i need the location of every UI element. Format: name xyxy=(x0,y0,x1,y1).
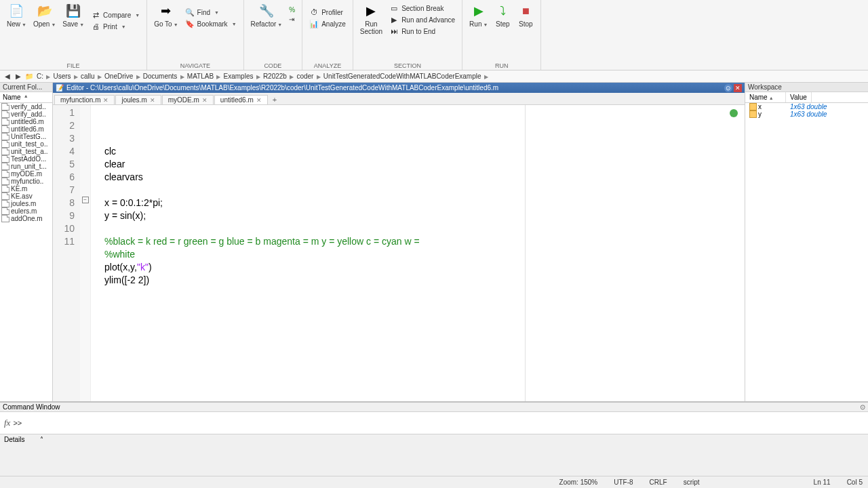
goto-button[interactable]: ➡Go To▼ xyxy=(151,1,180,29)
breadcrumb-item[interactable]: R2022b xyxy=(262,73,288,80)
forward-button[interactable]: ▶ xyxy=(14,72,23,81)
folder-file-item[interactable]: verify_add.. xyxy=(0,110,52,118)
breadcrumb-item[interactable]: coder xyxy=(295,73,315,80)
section-break-button[interactable]: ▭Section Break xyxy=(387,3,458,14)
folder-file-item[interactable]: unit_test_o.. xyxy=(0,140,52,148)
tab-close-icon[interactable]: ✕ xyxy=(256,97,262,104)
run-advance-button[interactable]: ▶Run and Advance xyxy=(387,14,458,25)
up-button[interactable]: 📁 xyxy=(24,72,34,81)
code-line[interactable] xyxy=(104,184,745,197)
details-toggle-icon[interactable]: ˄ xyxy=(40,436,43,443)
folder-file-item[interactable]: TestAddO... xyxy=(0,155,52,163)
analyze-button[interactable]: 📊Analyze xyxy=(307,18,349,29)
file-icon xyxy=(1,200,9,207)
code-line[interactable]: clc xyxy=(104,145,745,158)
open-button[interactable]: 📂Open▼ xyxy=(31,1,58,29)
print-button[interactable]: 🖨Print▼ xyxy=(88,21,142,32)
folder-file-item[interactable]: KE.asv xyxy=(0,192,52,200)
compare-button[interactable]: ⇄Compare▼ xyxy=(88,9,142,20)
editor-tab[interactable]: untitled6.m✕ xyxy=(214,95,268,104)
breadcrumb-item[interactable]: Documents xyxy=(142,73,179,80)
code-line[interactable] xyxy=(104,222,745,235)
folder-file-item[interactable]: myfunctio.. xyxy=(0,178,52,185)
code-line[interactable]: %white xyxy=(104,248,745,261)
workspace-col-name[interactable]: Name▲ xyxy=(745,92,786,102)
run-button[interactable]: ▶Run▼ xyxy=(467,1,490,29)
line-gutter: 1234567891011 xyxy=(53,105,80,401)
folder-col-name[interactable]: Name xyxy=(3,94,21,101)
breadcrumb-item[interactable]: UnitTestGeneratedCodeWithMATLABCoderExam… xyxy=(322,73,483,80)
code-area[interactable]: clcclearclearvarsx = 0:0.1:2*pi;y = sin(… xyxy=(91,105,745,401)
code-line[interactable]: ylim([-2 2]) xyxy=(104,274,745,287)
folder-file-item[interactable]: untitled6.m xyxy=(0,118,52,125)
folder-file-item[interactable]: UnitTestG... xyxy=(0,133,52,140)
indent-button[interactable]: ⇥ xyxy=(286,15,298,24)
file-icon xyxy=(1,192,9,200)
editor-titlebar: 📝 Editor - C:\Users\callu\OneDrive\Docum… xyxy=(53,83,745,93)
tab-close-icon[interactable]: ✕ xyxy=(103,97,108,104)
tab-add-button[interactable]: + xyxy=(269,95,281,104)
tab-close-icon[interactable]: ✕ xyxy=(150,97,155,104)
breadcrumb-item[interactable]: Examples xyxy=(222,73,255,80)
code-line[interactable]: plot(x,y,"k") xyxy=(104,261,745,274)
comment-button[interactable]: % xyxy=(286,5,298,14)
code-line[interactable]: y = sin(x); xyxy=(104,209,745,222)
workspace-variable-row[interactable]: x1x63 double xyxy=(745,103,868,110)
code-status-indicator[interactable] xyxy=(730,109,738,117)
status-zoom[interactable]: Zoom: 150% xyxy=(559,479,598,486)
file-icon xyxy=(1,133,9,140)
step-button[interactable]: ⤵Step xyxy=(492,1,513,29)
editor-body[interactable]: 1234567891011 − clcclearclearvarsx = 0:0… xyxy=(53,105,745,401)
file-icon xyxy=(1,148,9,155)
status-line: Ln 11 xyxy=(814,479,831,486)
code-line[interactable]: clearvars xyxy=(104,171,745,184)
workspace-panel: Workspace Name▲ Value x1x63 doubley1x63 … xyxy=(745,83,868,401)
file-icon xyxy=(1,163,9,170)
breadcrumb-item[interactable]: C: xyxy=(35,73,45,80)
workspace-title: Workspace xyxy=(745,83,868,92)
breadcrumb-item[interactable]: callu xyxy=(79,73,96,80)
editor-tab[interactable]: myODE.m✕ xyxy=(162,95,214,104)
profiler-button[interactable]: ⏱Profiler xyxy=(307,7,349,18)
stop-button[interactable]: ■Stop xyxy=(515,1,536,29)
breadcrumb-item[interactable]: MATLAB xyxy=(186,73,215,80)
editor-tab[interactable]: joules.m✕ xyxy=(115,95,161,104)
run-section-button[interactable]: ▶Run Section xyxy=(357,1,385,37)
code-line[interactable]: %black = k red = r green = g blue = b ma… xyxy=(104,235,745,248)
editor-tab[interactable]: myfunction.m✕ xyxy=(54,95,115,104)
cmd-menu-icon[interactable]: ⊙ xyxy=(860,403,865,411)
folder-file-item[interactable]: joules.m xyxy=(0,200,52,207)
code-line[interactable]: clear xyxy=(104,158,745,171)
breadcrumb: ◀ ▶ 📁 C: ▶ Users ▶ callu ▶ OneDrive ▶ Do… xyxy=(0,70,868,83)
code-line[interactable]: x = 0:0.1:2*pi; xyxy=(104,197,745,209)
folder-file-item[interactable]: addOne.m xyxy=(0,215,52,222)
breadcrumb-item[interactable]: Users xyxy=(52,73,72,80)
folder-file-item[interactable]: verify_add.. xyxy=(0,103,52,110)
workspace-col-value[interactable]: Value xyxy=(786,92,812,102)
folder-file-item[interactable]: run_unit_t... xyxy=(0,163,52,170)
new-button[interactable]: 📄New▼ xyxy=(4,1,29,29)
run-to-end-button[interactable]: ⏭Run to End xyxy=(387,26,458,37)
breadcrumb-item[interactable]: OneDrive xyxy=(103,73,134,80)
find-button[interactable]: 🔍Find▼ xyxy=(182,7,239,18)
status-eol: CRLF xyxy=(650,479,667,486)
save-button[interactable]: 💾Save▼ xyxy=(60,1,87,29)
editor-dropdown-icon[interactable]: ⊙ xyxy=(724,84,732,92)
file-icon xyxy=(1,110,9,118)
fx-icon[interactable]: fx xyxy=(4,418,10,428)
details-bar[interactable]: Details ˄ xyxy=(0,434,868,445)
folder-file-item[interactable]: unit_test_a.. xyxy=(0,148,52,155)
back-button[interactable]: ◀ xyxy=(3,72,12,81)
cmd-prompt[interactable]: >> xyxy=(13,419,22,427)
fold-toggle[interactable]: − xyxy=(82,197,89,203)
ribbon-toolbar: 📄New▼ 📂Open▼ 💾Save▼ ⇄Compare▼ 🖨Print▼ FI… xyxy=(0,0,868,70)
folder-file-item[interactable]: eulers.m xyxy=(0,207,52,215)
folder-file-item[interactable]: untitled6.m xyxy=(0,125,52,133)
bookmark-button[interactable]: 🔖Bookmark▼ xyxy=(182,18,239,29)
folder-file-item[interactable]: KE.m xyxy=(0,185,52,192)
tab-close-icon[interactable]: ✕ xyxy=(202,97,208,104)
folder-file-item[interactable]: myODE.m xyxy=(0,170,52,178)
workspace-variable-row[interactable]: y1x63 double xyxy=(745,110,868,118)
refactor-button[interactable]: 🔧Refactor▼ xyxy=(248,1,285,29)
editor-close-icon[interactable]: ✕ xyxy=(734,84,742,92)
